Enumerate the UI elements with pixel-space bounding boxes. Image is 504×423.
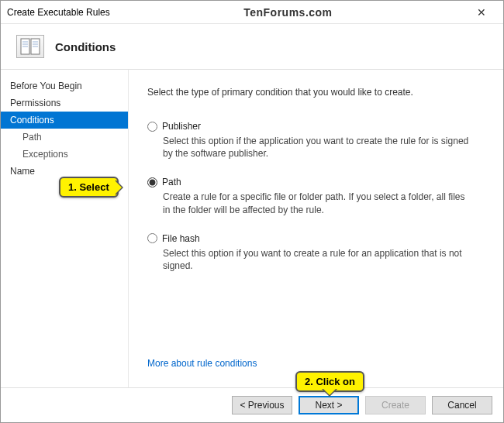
radio-filehash[interactable]: [147, 233, 157, 243]
close-button[interactable]: ✕: [466, 1, 497, 24]
annotation-click-on: 2. Click on: [295, 371, 364, 392]
radio-path[interactable]: [147, 177, 157, 187]
sidebar-item-permissions[interactable]: Permissions: [1, 95, 128, 112]
option-filehash: File hash Select this option if you want…: [147, 233, 482, 272]
wizard-main: Select the type of primary condition tha…: [129, 70, 503, 387]
sidebar-item-before-you-begin[interactable]: Before You Begin: [1, 77, 128, 95]
option-path-head[interactable]: Path: [147, 177, 482, 187]
option-path: Path Create a rule for a specific file o…: [147, 177, 482, 215]
option-filehash-head[interactable]: File hash: [147, 233, 482, 244]
option-filehash-desc: Select this option if you want to create…: [163, 247, 473, 272]
sidebar-item-conditions[interactable]: Conditions: [1, 112, 128, 129]
sidebar-item-exceptions[interactable]: Exceptions: [1, 146, 128, 163]
option-filehash-label: File hash: [162, 233, 200, 244]
option-publisher-head[interactable]: Publisher: [147, 121, 482, 132]
wizard-footer: < Previous Next > Create Cancel: [1, 387, 503, 422]
wizard-body: Before You Begin Permissions Conditions …: [1, 70, 503, 387]
cancel-button[interactable]: Cancel: [432, 396, 492, 414]
watermark: TenForums.com: [110, 6, 466, 19]
option-path-desc: Create a rule for a specific file or fol…: [163, 191, 473, 215]
option-publisher: Publisher Select this option if the appl…: [147, 121, 482, 160]
page-header: Conditions: [1, 24, 503, 70]
rulebook-icon: [16, 35, 44, 58]
wizard-sidebar: Before You Begin Permissions Conditions …: [1, 70, 129, 387]
option-publisher-label: Publisher: [162, 121, 201, 132]
previous-button[interactable]: < Previous: [232, 396, 292, 414]
option-publisher-desc: Select this option if the application yo…: [163, 135, 473, 160]
intro-text: Select the type of primary condition tha…: [147, 87, 482, 98]
window-title: Create Executable Rules: [7, 7, 110, 18]
wizard-window: Create Executable Rules TenForums.com ✕ …: [0, 0, 504, 423]
radio-publisher[interactable]: [147, 122, 157, 132]
titlebar: Create Executable Rules TenForums.com ✕: [1, 1, 503, 24]
page-title: Conditions: [55, 40, 116, 53]
create-button[interactable]: Create: [365, 396, 426, 414]
sidebar-item-path[interactable]: Path: [1, 129, 128, 146]
more-about-link[interactable]: More about rule conditions: [147, 358, 482, 369]
annotation-select: 1. Select: [59, 177, 119, 198]
option-path-label: Path: [162, 177, 181, 187]
